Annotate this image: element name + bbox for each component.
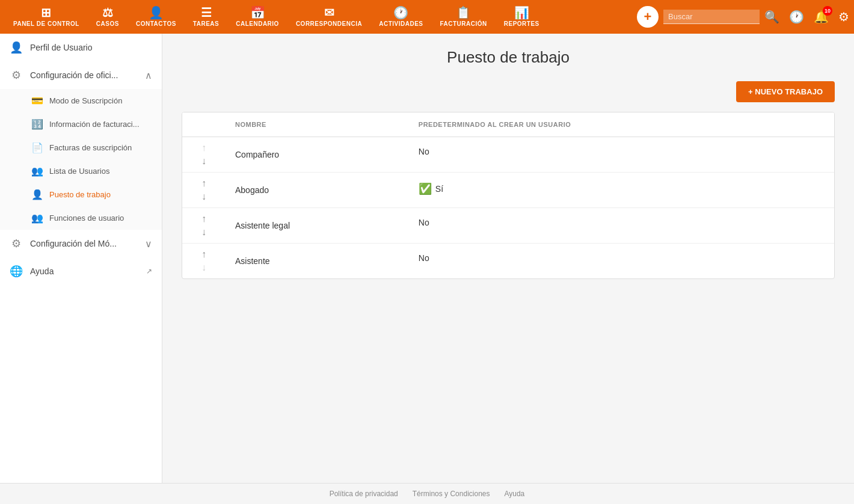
sidebar-item-facturas[interactable]: 📄 Facturas de suscripción [0, 136, 162, 159]
help-link[interactable]: Ayuda [504, 490, 524, 498]
tareas-icon: ☰ [201, 7, 212, 19]
default-value: No [419, 253, 429, 263]
nav-actividades-label: ACTIVIDADES [379, 20, 423, 27]
add-button[interactable]: + [637, 6, 659, 28]
panel-icon: ⊞ [41, 7, 51, 19]
contactos-icon: 👤 [149, 7, 164, 19]
job-name-cell: Compañero [226, 137, 409, 173]
check-icon: ✅ [419, 182, 432, 195]
correspondencia-icon: ✉ [324, 7, 334, 19]
bell-icon[interactable]: 🔔 10 [814, 10, 829, 24]
toolbar: + NUEVO TRABAJO [182, 81, 835, 102]
default-column-header: PREDETERMINADO AL CREAR UN USUARIO [409, 112, 834, 137]
sort-column-header [182, 112, 226, 137]
footer: Política de privacidad Términos y Condic… [0, 483, 854, 504]
job-positions-table: NOMBRE PREDETERMINADO AL CREAR UN USUARI… [182, 112, 835, 279]
sidebar-ayuda-label: Ayuda [30, 266, 139, 276]
sidebar-config-oficina-label: Configuración de ofici... [30, 70, 138, 80]
table-row: ↑↓AsistenteNo [182, 244, 834, 279]
default-cell: No [409, 137, 834, 166]
move-down-button: ↓ [198, 262, 210, 274]
subscription-icon: 💳 [31, 95, 43, 106]
nav-tareas[interactable]: ☰ TAREAS [185, 0, 227, 34]
job-name-cell: Abogado [226, 173, 409, 208]
new-job-button[interactable]: + NUEVO TRABAJO [736, 81, 835, 102]
nav-facturacion[interactable]: 📋 FACTURACIÓN [431, 0, 495, 34]
default-cell: No [409, 208, 834, 237]
sidebar-item-suscripcion[interactable]: 💳 Modo de Suscripción [0, 89, 162, 112]
nav-actions: 🔍 🕐 🔔 10 ⚙ [764, 10, 849, 24]
page-title: Puesto de trabajo [182, 48, 835, 67]
job-position-icon: 👤 [31, 189, 43, 200]
settings-icon[interactable]: ⚙ [838, 10, 849, 24]
sidebar-puesto-trabajo-label: Puesto de trabajo [49, 190, 111, 199]
users-icon: 👥 [31, 165, 43, 177]
sidebar-item-config-modulo[interactable]: ⚙ Configuración del Mó... ∨ [0, 230, 162, 257]
nav-correspondencia[interactable]: ✉ CORRESPONDENCIA [287, 0, 370, 34]
actividades-icon: 🕐 [393, 7, 408, 19]
sort-controls: ↑↓ [182, 208, 226, 244]
terms-conditions-link[interactable]: Términos y Condiciones [413, 490, 490, 498]
sort-controls: ↑↓ [182, 244, 226, 279]
chevron-up-icon: ∧ [145, 70, 152, 81]
nav-reportes-label: REPORTES [504, 20, 539, 27]
chevron-down-icon: ∨ [145, 238, 152, 250]
move-down-button[interactable]: ↓ [198, 155, 210, 167]
nav-facturacion-label: FACTURACIÓN [440, 20, 487, 27]
nav-correspondencia-label: CORRESPONDENCIA [296, 20, 362, 27]
sidebar-item-info-factura[interactable]: 🔢 Información de facturaci... [0, 112, 162, 136]
sidebar-item-perfil[interactable]: 👤 Perfil de Usuario [0, 34, 162, 61]
main-content: Puesto de trabajo + NUEVO TRABAJO NOMBRE… [162, 34, 854, 483]
gear-icon: ⚙ [10, 69, 23, 82]
nav-contactos[interactable]: 👤 CONTACTOS [127, 0, 185, 34]
sidebar-item-funciones-usuario[interactable]: 👥 Funciones de usuario [0, 206, 162, 230]
user-roles-icon: 👥 [31, 212, 43, 224]
sort-controls: ↑↓ [182, 173, 226, 208]
move-down-button[interactable]: ↓ [198, 226, 210, 238]
clock-icon[interactable]: 🕐 [789, 10, 804, 24]
default-value: No [419, 147, 429, 156]
calendario-icon: 📅 [250, 7, 265, 19]
nav-reportes[interactable]: 📊 REPORTES [496, 0, 548, 34]
main-layout: 👤 Perfil de Usuario ⚙ Configuración de o… [0, 34, 854, 483]
nav-tareas-label: TAREAS [193, 20, 219, 27]
sidebar-item-ayuda[interactable]: 🌐 Ayuda ↗ [0, 257, 162, 285]
search-icon[interactable]: 🔍 [764, 10, 779, 24]
sidebar-item-puesto-trabajo[interactable]: 👤 Puesto de trabajo [0, 183, 162, 206]
top-navigation: ⊞ PANEL DE CONTROL ⚖ CASOS 👤 CONTACTOS ☰… [0, 0, 854, 34]
sidebar: 👤 Perfil de Usuario ⚙ Configuración de o… [0, 34, 162, 483]
default-value: Sí [435, 184, 443, 194]
sidebar-info-factura-label: Información de facturaci... [49, 120, 140, 129]
invoice-icon: 📄 [31, 142, 43, 153]
job-name-cell: Asistente [226, 244, 409, 279]
move-down-button[interactable]: ↓ [198, 191, 210, 203]
new-job-button-label: + NUEVO TRABAJO [748, 87, 823, 96]
nav-casos[interactable]: ⚖ CASOS [88, 0, 127, 34]
nav-panel[interactable]: ⊞ PANEL DE CONTROL [5, 0, 88, 34]
sidebar-perfil-label: Perfil de Usuario [30, 43, 152, 52]
move-up-button[interactable]: ↑ [198, 177, 210, 189]
name-column-header: NOMBRE [226, 112, 409, 137]
sidebar-submenu-oficina: 💳 Modo de Suscripción 🔢 Información de f… [0, 89, 162, 230]
table-row: ↑↓Asistente legalNo [182, 208, 834, 244]
billing-info-icon: 🔢 [31, 118, 43, 130]
job-name-cell: Asistente legal [226, 208, 409, 244]
sidebar-config-modulo-label: Configuración del Mó... [30, 239, 138, 248]
nav-panel-label: PANEL DE CONTROL [13, 20, 79, 27]
sidebar-item-config-oficina[interactable]: ⚙ Configuración de ofici... ∧ [0, 61, 162, 89]
default-cell: ✅Sí [409, 173, 834, 205]
search-input[interactable] [663, 10, 760, 24]
sidebar-item-lista-usuarios[interactable]: 👥 Lista de Usuarios [0, 159, 162, 183]
nav-calendario[interactable]: 📅 CALENDARIO [227, 0, 287, 34]
nav-actividades[interactable]: 🕐 ACTIVIDADES [370, 0, 431, 34]
nav-contactos-label: CONTACTOS [136, 20, 176, 27]
sidebar-lista-usuarios-label: Lista de Usuarios [49, 167, 109, 176]
sort-controls: ↑↓ [182, 137, 226, 173]
facturacion-icon: 📋 [456, 7, 471, 19]
move-up-button[interactable]: ↑ [198, 213, 210, 225]
help-icon: 🌐 [10, 265, 23, 278]
reportes-icon: 📊 [514, 7, 529, 19]
move-up-button[interactable]: ↑ [198, 248, 210, 260]
casos-icon: ⚖ [102, 7, 113, 19]
privacy-policy-link[interactable]: Política de privacidad [330, 490, 398, 498]
